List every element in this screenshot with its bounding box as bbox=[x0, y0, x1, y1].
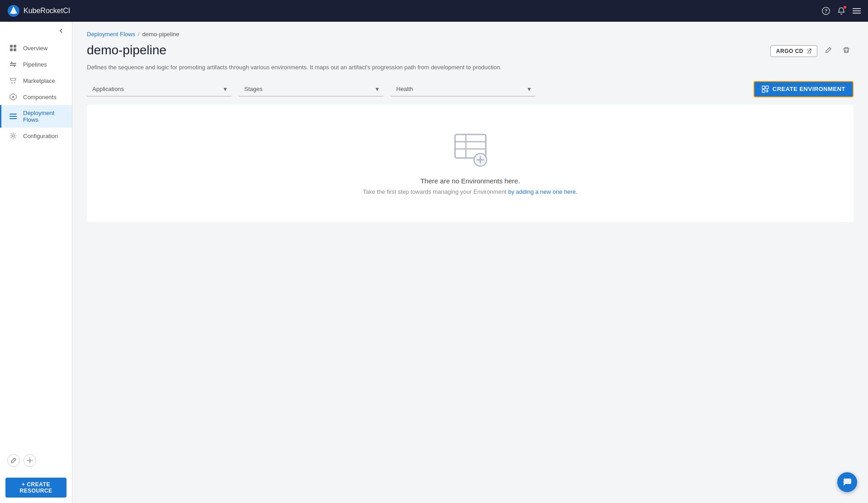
page-header: demo-pipeline ARGO CD bbox=[87, 43, 854, 57]
applications-filter: Applications ▼ bbox=[87, 82, 232, 96]
deployment-flows-icon bbox=[9, 113, 18, 120]
empty-state-icon bbox=[452, 132, 489, 170]
breadcrumb-current: demo-pipeline bbox=[142, 31, 180, 38]
components-icon bbox=[9, 93, 18, 101]
chat-bubble[interactable] bbox=[837, 472, 857, 492]
page-description: Defines the sequence and logic for promo… bbox=[87, 63, 854, 72]
svg-rect-13 bbox=[10, 65, 16, 66]
svg-rect-14 bbox=[11, 62, 12, 64]
sidebar-settings-icon[interactable] bbox=[24, 454, 36, 467]
svg-rect-10 bbox=[10, 48, 13, 51]
empty-desc-prefix: Take the first step towards managing you… bbox=[363, 188, 506, 195]
stages-filter: Stages ▼ bbox=[239, 82, 384, 96]
svg-point-16 bbox=[11, 82, 12, 83]
sidebar-bottom bbox=[0, 449, 72, 472]
sidebar-item-overview[interactable]: Overview bbox=[0, 40, 72, 56]
main-content: Deployment Flows / demo-pipeline demo-pi… bbox=[72, 22, 868, 503]
external-link-icon bbox=[806, 48, 811, 54]
svg-rect-7 bbox=[853, 13, 861, 14]
breadcrumb-parent-link[interactable]: Deployment Flows bbox=[87, 31, 135, 38]
svg-rect-25 bbox=[762, 86, 765, 89]
create-environment-button[interactable]: CREATE ENVIRONMENT bbox=[754, 81, 854, 97]
create-resource-label: + CREATE RESOURCE bbox=[10, 481, 62, 494]
sidebar-item-pipelines[interactable]: Pipelines bbox=[0, 56, 72, 72]
sidebar-item-configuration-label: Configuration bbox=[23, 133, 58, 139]
stages-select[interactable]: Stages bbox=[239, 82, 384, 96]
breadcrumb-separator: / bbox=[138, 31, 140, 38]
sidebar-item-deployment-flows-label: Deployment Flows bbox=[23, 110, 65, 123]
svg-rect-5 bbox=[853, 8, 861, 9]
svg-point-23 bbox=[12, 135, 14, 137]
svg-text:?: ? bbox=[825, 8, 828, 14]
sidebar-toggle[interactable] bbox=[0, 22, 72, 40]
svg-rect-21 bbox=[9, 116, 17, 117]
edit-icon bbox=[825, 47, 832, 54]
app-name: KubeRocketCI bbox=[24, 7, 70, 15]
top-navigation: KubeRocketCI ? bbox=[0, 0, 868, 22]
svg-rect-12 bbox=[10, 63, 16, 64]
empty-state-card: There are no Environments here. Take the… bbox=[87, 105, 854, 222]
sidebar-item-pipelines-label: Pipelines bbox=[23, 61, 47, 68]
marketplace-icon bbox=[9, 77, 18, 84]
applications-select[interactable]: Applications bbox=[87, 82, 232, 96]
empty-state-title: There are no Environments here. bbox=[420, 177, 520, 185]
argo-cd-button[interactable]: ARGO CD bbox=[770, 45, 817, 57]
sidebar: Overview Pipelines Marketplace Component… bbox=[0, 22, 72, 503]
page-title: demo-pipeline bbox=[87, 43, 166, 57]
filters-row: Applications ▼ Stages ▼ Health ▼ bbox=[87, 81, 854, 97]
empty-desc-link[interactable]: by adding a new one here. bbox=[508, 188, 577, 195]
overview-icon bbox=[9, 44, 18, 52]
delete-icon bbox=[843, 47, 850, 54]
health-select[interactable]: Health bbox=[391, 82, 536, 96]
breadcrumb: Deployment Flows / demo-pipeline bbox=[87, 31, 854, 38]
logo-icon bbox=[7, 5, 20, 17]
svg-point-17 bbox=[14, 82, 15, 83]
empty-state-description: Take the first step towards managing you… bbox=[363, 188, 577, 195]
svg-rect-27 bbox=[762, 90, 765, 92]
svg-rect-6 bbox=[853, 10, 861, 11]
menu-button[interactable] bbox=[853, 7, 861, 15]
svg-rect-9 bbox=[14, 45, 16, 48]
sidebar-item-configuration[interactable]: Configuration bbox=[0, 128, 72, 144]
delete-button[interactable] bbox=[839, 45, 854, 57]
sidebar-item-deployment-flows[interactable]: Deployment Flows bbox=[0, 105, 72, 128]
svg-rect-15 bbox=[14, 65, 15, 67]
topnav-actions: ? bbox=[822, 7, 861, 15]
svg-point-19 bbox=[12, 96, 14, 98]
svg-point-24 bbox=[29, 460, 31, 461]
create-env-icon bbox=[762, 86, 769, 93]
create-env-label: CREATE ENVIRONMENT bbox=[773, 86, 845, 92]
chat-icon bbox=[842, 477, 852, 487]
page-header-actions: ARGO CD bbox=[770, 45, 854, 57]
sidebar-item-marketplace-label: Marketplace bbox=[23, 77, 55, 84]
app-logo: KubeRocketCI bbox=[7, 5, 70, 17]
svg-rect-8 bbox=[10, 45, 13, 48]
sidebar-item-components-label: Components bbox=[23, 94, 57, 101]
sidebar-item-marketplace[interactable]: Marketplace bbox=[0, 72, 72, 89]
create-resource-button[interactable]: + CREATE RESOURCE bbox=[5, 478, 66, 498]
svg-rect-22 bbox=[9, 118, 17, 119]
help-button[interactable]: ? bbox=[822, 7, 830, 15]
sidebar-item-components[interactable]: Components bbox=[0, 89, 72, 105]
health-filter: Health ▼ bbox=[391, 82, 536, 96]
notification-button[interactable] bbox=[837, 7, 845, 15]
svg-rect-26 bbox=[766, 86, 768, 89]
svg-rect-2 bbox=[12, 12, 15, 14]
svg-rect-11 bbox=[14, 48, 16, 51]
sidebar-item-overview-label: Overview bbox=[23, 45, 47, 52]
sidebar-edit-icon[interactable] bbox=[7, 454, 20, 467]
edit-button[interactable] bbox=[821, 45, 835, 57]
svg-rect-20 bbox=[9, 114, 17, 115]
configuration-icon bbox=[9, 132, 18, 139]
pipelines-icon bbox=[9, 61, 18, 68]
argo-cd-label: ARGO CD bbox=[776, 48, 803, 54]
